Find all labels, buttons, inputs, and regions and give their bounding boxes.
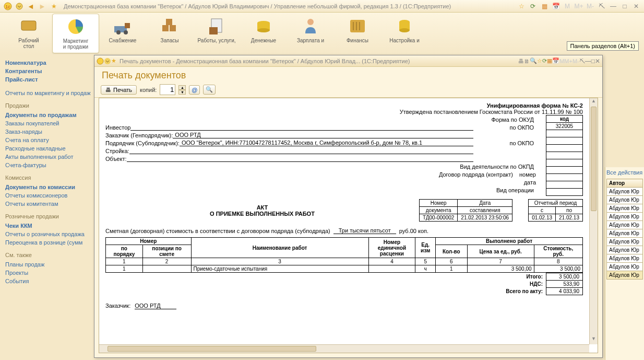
sub-star-icon[interactable]: ★: [111, 57, 116, 64]
copies-up[interactable]: ▲: [178, 85, 186, 90]
dropdown-icon[interactable]: [15, 2, 24, 11]
nav-invoices[interactable]: Счета на оплату: [5, 136, 99, 144]
nav-pricelist[interactable]: Прайс-лист: [5, 75, 99, 84]
scrollbar-horizontal[interactable]: [99, 344, 589, 353]
zoom-button[interactable]: 🔍: [203, 85, 216, 95]
table-row[interactable]: Абдулов Юр: [607, 196, 643, 204]
nav-fwd-icon[interactable]: ►: [38, 2, 47, 11]
section-money[interactable]: Денежные: [240, 14, 287, 53]
favorites-icon[interactable]: ★: [49, 2, 58, 11]
table-row[interactable]: Абдулов Юр: [607, 263, 643, 271]
sub-calendar-icon[interactable]: 📅: [552, 57, 559, 64]
sub-history-icon[interactable]: ⟳: [542, 57, 547, 64]
copies-down[interactable]: ▼: [178, 90, 186, 95]
nomer-label: номер: [515, 171, 536, 178]
scroll-thumb-v[interactable]: [591, 107, 597, 211]
m-icon[interactable]: M: [563, 2, 572, 11]
sub-calc-icon[interactable]: ▦: [547, 57, 552, 64]
table-row[interactable]: Абдулов Юр: [607, 229, 643, 238]
scroll-down-icon[interactable]: ▼: [590, 336, 598, 344]
maximize-icon[interactable]: □: [620, 2, 629, 11]
nav-outbound[interactable]: Расходные накладные: [5, 144, 99, 153]
sub-tools-icon[interactable]: ⛏: [579, 58, 585, 64]
nav-events[interactable]: События: [5, 277, 99, 285]
sub-dropdown-icon[interactable]: [104, 57, 111, 65]
m-plus-icon[interactable]: M+: [574, 2, 583, 11]
sub-print-icon[interactable]: 🖶: [518, 58, 524, 64]
contract-label: Договор подряда (контракт): [439, 171, 515, 178]
email-button[interactable]: @: [189, 85, 200, 95]
scroll-thumb-h[interactable]: [108, 346, 316, 352]
table-row[interactable]: Абдулов Юр: [607, 246, 643, 254]
section-finance[interactable]: Финансы: [334, 14, 381, 53]
section-marketing[interactable]: Маркетинги продажи: [52, 14, 99, 53]
print-button[interactable]: 🖶Печать: [101, 85, 137, 95]
sub-minimize-icon[interactable]: —: [585, 57, 591, 65]
table-row[interactable]: Абдулов Юр: [607, 213, 643, 221]
section-salary[interactable]: Зарплата и: [287, 14, 334, 53]
scrollbar-vertical[interactable]: ▲ ▼: [589, 98, 598, 344]
section-desktop[interactable]: Рабочийстол: [5, 14, 52, 53]
nav-work-orders[interactable]: Заказ-наряды: [5, 127, 99, 136]
nav-projects[interactable]: Проекты: [5, 269, 99, 277]
nav-commission-docs[interactable]: Документы по комиссии: [5, 183, 99, 191]
sub-m-icon[interactable]: M: [559, 58, 564, 64]
table-row[interactable]: Абдулов Юр: [607, 188, 643, 196]
table-row[interactable]: Абдулов Юр: [607, 254, 643, 263]
sub-mminus-icon[interactable]: M-: [573, 58, 579, 64]
calendar-icon[interactable]: 📅: [551, 2, 560, 11]
act-title: АКТ О ПРИЕМКЕ ВЫПОЛНЕННЫХ РАБОТ: [105, 204, 419, 217]
nav-retail-reval[interactable]: Переоценка в рознице (сумм: [5, 238, 99, 247]
nav-retail-reports[interactable]: Отчеты о розничных продажа: [5, 230, 99, 238]
copies-input[interactable]: [160, 84, 175, 95]
nav-sales-docs[interactable]: Документы по продажам: [5, 111, 99, 119]
tools-icon[interactable]: ⛏: [597, 2, 606, 11]
calculator-icon[interactable]: ▦: [540, 2, 549, 11]
nav-committent-reports[interactable]: Отчеты комитентам: [5, 200, 99, 208]
svg-point-8: [124, 30, 128, 34]
doc-date: 21.02.2013 23:50:06: [458, 214, 512, 222]
sub-preview-icon[interactable]: 🗎: [524, 58, 530, 64]
author-header[interactable]: Автор: [607, 179, 643, 188]
nav-kkm[interactable]: Чеки ККМ: [5, 222, 99, 230]
totals-table: Итого:3 500,00 НДС:533,90 Всего по акту:…: [503, 273, 583, 295]
nav-buyer-orders[interactable]: Заказы покупателей: [5, 119, 99, 127]
document-scroll[interactable]: Унифицированная форма № КС-2 Утверждена …: [99, 98, 589, 344]
data-label: дата: [515, 179, 536, 185]
sub-search-icon[interactable]: 🔍: [530, 57, 537, 64]
section-panel-hint: Панель разделов (Alt+1): [567, 41, 639, 51]
section-supply[interactable]: Снабжение: [99, 14, 146, 53]
section-settings[interactable]: Настройка и: [381, 14, 428, 53]
nav-acts[interactable]: Акты выполненных работ: [5, 153, 99, 161]
table-row[interactable]: Абдулов Юр: [607, 238, 643, 246]
nav-reports-marketing[interactable]: Отчеты по маркетингу и продаж: [5, 89, 99, 97]
m-minus-icon[interactable]: M-: [586, 2, 595, 11]
nav-back-icon[interactable]: ◄: [26, 2, 35, 11]
nav-commissioner-reports[interactable]: Отчеты комиссионеров: [5, 191, 99, 200]
section-works[interactable]: Работы, услуги,: [193, 14, 240, 53]
minimize-icon[interactable]: —: [609, 2, 618, 11]
close-icon[interactable]: ✕: [631, 2, 641, 11]
code-header: код: [546, 115, 583, 123]
nav-contragents[interactable]: Контрагенты: [5, 67, 99, 75]
sub-maximize-icon[interactable]: □: [591, 57, 595, 65]
nav-nomenclature[interactable]: Номенклатура: [5, 59, 99, 67]
nav-factura[interactable]: Счета-фактуры: [5, 161, 99, 169]
scroll-up-icon[interactable]: ▲: [590, 98, 598, 107]
sub-fav-icon[interactable]: ☆: [537, 57, 542, 64]
table-row[interactable]: Абдулов Юр: [607, 221, 643, 229]
nav-sales-plans[interactable]: Планы продаж: [5, 260, 99, 269]
sub-close-icon[interactable]: ✕: [595, 57, 600, 65]
history-icon[interactable]: ⟳: [528, 2, 538, 11]
all-actions-link[interactable]: Все действия: [606, 169, 643, 176]
section-stock[interactable]: Запасы: [146, 14, 193, 53]
table-row[interactable]: Абдулов Юр: [607, 204, 643, 213]
podryadchik-label: Подрядчик (Субподрядчик):: [105, 140, 180, 146]
table-row[interactable]: Абдулов Юр: [607, 271, 643, 280]
sub-mplus-icon[interactable]: M+: [564, 58, 573, 64]
favorite-add-icon[interactable]: ☆: [517, 2, 526, 11]
svg-point-7: [116, 30, 121, 34]
svg-point-2: [16, 3, 22, 9]
at-icon: @: [192, 87, 197, 93]
nav-group-sales: Продажи: [5, 102, 99, 109]
